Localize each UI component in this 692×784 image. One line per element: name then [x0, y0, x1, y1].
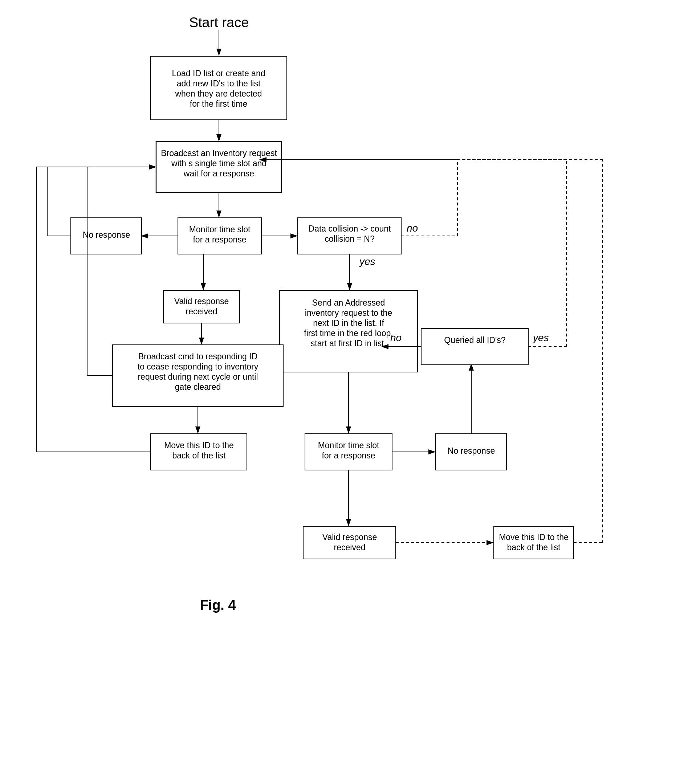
- svg-text:back of the list: back of the list: [172, 451, 226, 460]
- fig4-text: Fig. 4: [200, 598, 236, 613]
- svg-rect-122: [303, 526, 396, 559]
- svg-text:No response: No response: [83, 230, 130, 240]
- svg-text:for a response: for a response: [193, 235, 246, 244]
- svg-text:Valid response: Valid response: [174, 296, 229, 306]
- svg-text:request during next cycle or u: request during next cycle or until: [138, 372, 258, 382]
- svg-rect-64: [71, 218, 142, 254]
- svg-text:with s single time slot and: with s single time slot and: [171, 159, 267, 168]
- svg-text:first time in the red loop,: first time in the red loop,: [304, 328, 393, 338]
- svg-text:inventory request to the: inventory request to the: [305, 308, 392, 318]
- svg-text:for the first time: for the first time: [190, 99, 247, 109]
- svg-text:Broadcast cmd to responding ID: Broadcast cmd to responding ID: [138, 352, 258, 361]
- svg-text:when they are detected: when they are detected: [175, 89, 262, 98]
- svg-text:wait for a response: wait for a response: [183, 169, 254, 178]
- svg-rect-83: [280, 290, 417, 372]
- svg-text:for a response: for a response: [322, 451, 375, 460]
- svg-rect-96: [151, 434, 247, 470]
- svg-text:received: received: [334, 543, 366, 552]
- svg-text:to cease responding to invento: to cease responding to inventory: [138, 362, 259, 371]
- svg-rect-74: [298, 218, 401, 254]
- flowchart-svg: Start race Load ID list or create and ad…: [0, 0, 692, 784]
- svg-text:Load ID list or create and: Load ID list or create and: [172, 69, 265, 78]
- svg-rect-90: [112, 345, 283, 407]
- svg-rect-106: [305, 434, 392, 470]
- svg-text:start at first ID in list.: start at first ID in list.: [311, 339, 386, 348]
- svg-rect-110: [436, 434, 506, 470]
- svg-text:Queried all ID's?: Queried all ID's?: [444, 335, 506, 345]
- svg-text:received: received: [186, 307, 217, 316]
- svg-text:no: no: [407, 222, 418, 234]
- svg-text:yes: yes: [359, 256, 376, 267]
- svg-rect-49: [151, 56, 287, 120]
- svg-text:gate cleared: gate cleared: [175, 382, 221, 392]
- svg-text:Broadcast an Inventory request: Broadcast an Inventory request: [161, 148, 277, 158]
- svg-text:Data collision ->  count: Data collision -> count: [309, 224, 391, 233]
- svg-text:no: no: [390, 332, 402, 343]
- svg-text:back of the list: back of the list: [507, 543, 560, 552]
- title-text: Start race: [189, 15, 249, 30]
- svg-rect-126: [494, 526, 573, 559]
- svg-rect-70: [163, 290, 240, 323]
- svg-text:Valid response: Valid response: [322, 532, 377, 542]
- svg-text:No response: No response: [448, 446, 495, 456]
- svg-rect-113: [421, 328, 528, 365]
- svg-text:collision = N?: collision = N?: [325, 234, 374, 244]
- svg-rect-55: [156, 142, 282, 193]
- svg-text:next ID in the list. If: next ID in the list. If: [313, 318, 384, 328]
- svg-rect-60: [178, 218, 261, 254]
- svg-text:Send an Addressed: Send an Addressed: [312, 298, 385, 308]
- svg-text:Move this ID to the: Move this ID to the: [164, 441, 234, 450]
- svg-text:Monitor time slot: Monitor time slot: [318, 441, 379, 450]
- svg-text:yes: yes: [532, 332, 549, 343]
- svg-text:Move this ID to the: Move this ID to the: [499, 532, 568, 542]
- svg-text:Monitor time slot: Monitor time slot: [189, 225, 250, 234]
- svg-text:add new ID's to the list: add new ID's to the list: [177, 79, 261, 88]
